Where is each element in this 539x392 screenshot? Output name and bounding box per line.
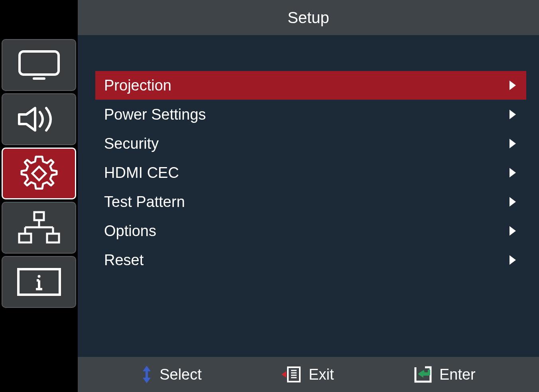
menu-item-label: Power Settings xyxy=(104,106,206,123)
footer-label: Select xyxy=(159,366,202,383)
main-panel: Setup Projection Power Settings Security… xyxy=(78,0,539,392)
footer-enter-hint: Enter xyxy=(413,366,476,383)
chevron-right-icon xyxy=(509,197,516,207)
svg-rect-3 xyxy=(34,212,44,220)
footer-select-hint: Select xyxy=(141,365,202,384)
menu-item-label: Security xyxy=(104,135,159,152)
chevron-right-icon xyxy=(509,168,516,177)
sidebar-item-network[interactable] xyxy=(2,202,76,254)
svg-rect-0 xyxy=(20,51,59,75)
enter-icon xyxy=(413,366,432,383)
exit-icon xyxy=(281,366,301,383)
menu-item-options[interactable]: Options xyxy=(95,217,526,245)
menu-item-reset[interactable]: Reset xyxy=(95,246,526,274)
chevron-right-icon xyxy=(509,139,516,148)
monitor-icon xyxy=(17,49,61,81)
menu-item-label: Reset xyxy=(104,252,144,269)
svg-point-11 xyxy=(37,275,40,278)
chevron-right-icon xyxy=(509,110,516,119)
header-bar: Setup xyxy=(78,0,539,35)
menu-item-label: HDMI CEC xyxy=(104,164,179,181)
speaker-icon xyxy=(15,103,63,135)
page-title: Setup xyxy=(287,9,329,27)
footer-bar: Select Exit xyxy=(78,357,539,392)
menu-item-test-pattern[interactable]: Test Pattern xyxy=(95,187,526,216)
info-icon xyxy=(15,266,63,298)
footer-exit-hint: Exit xyxy=(281,366,334,383)
footer-label: Exit xyxy=(309,366,334,383)
chevron-right-icon xyxy=(509,255,516,265)
sidebar-item-display[interactable] xyxy=(2,39,76,91)
sidebar-item-audio[interactable] xyxy=(2,93,76,145)
updown-arrow-icon xyxy=(141,365,152,384)
menu-item-power-settings[interactable]: Power Settings xyxy=(95,100,526,129)
menu-item-security[interactable]: Security xyxy=(95,129,526,158)
footer-label: Enter xyxy=(439,366,476,383)
sidebar-item-info[interactable] xyxy=(2,256,76,308)
sidebar-item-setup[interactable] xyxy=(2,148,76,199)
svg-rect-15 xyxy=(288,367,300,382)
sidebar xyxy=(0,0,78,392)
svg-rect-2 xyxy=(32,167,46,180)
network-icon xyxy=(15,210,63,246)
menu-content: Projection Power Settings Security HDMI … xyxy=(78,35,539,357)
menu-item-hdmi-cec[interactable]: HDMI CEC xyxy=(95,158,526,187)
menu-item-label: Test Pattern xyxy=(104,193,185,211)
chevron-right-icon xyxy=(509,81,516,90)
menu-item-label: Projection xyxy=(104,77,171,94)
menu-item-label: Options xyxy=(104,223,156,240)
osd-container: Setup Projection Power Settings Security… xyxy=(0,0,539,392)
svg-rect-4 xyxy=(19,234,31,242)
svg-rect-5 xyxy=(47,234,59,242)
menu-item-projection[interactable]: Projection xyxy=(95,71,526,100)
chevron-right-icon xyxy=(509,226,516,236)
gear-icon xyxy=(19,154,59,193)
